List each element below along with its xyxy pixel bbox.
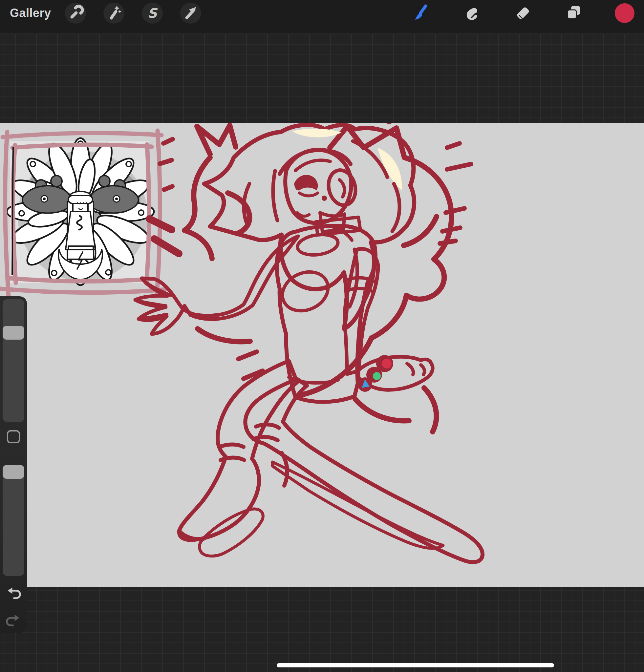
procreate-workspace: .o{stroke:#9c2838;fill:none;stroke-linec… [0,0,644,672]
home-indicator-bar[interactable] [277,663,554,668]
ear [325,167,359,208]
color-swatch[interactable] [615,3,634,23]
brush-size-handle[interactable] [3,326,24,340]
smudge-button[interactable] [462,3,482,24]
undo-icon [4,584,23,602]
paintbrush-icon [410,3,432,24]
character-figure [135,125,482,562]
mouth [297,213,309,216]
modify-button[interactable] [7,430,20,443]
reference-image [1,131,165,296]
transform-arrow-icon [180,3,201,24]
selection-s-icon: S [142,3,163,24]
canvas-artwork[interactable]: .o{stroke:#9c2838;fill:none;stroke-linec… [0,123,644,587]
selection-button[interactable]: S [142,3,163,24]
eye [294,175,318,190]
gallery-button[interactable]: Gallery [10,0,51,26]
opacity-handle[interactable] [3,465,24,479]
eraser-icon [512,3,533,24]
magic-wand-icon [104,3,124,24]
layers-button[interactable] [563,3,584,24]
transform-button[interactable] [180,3,201,24]
gem-green [373,372,381,380]
gem-red [382,359,392,369]
redo-icon [4,611,23,629]
layers-icon [563,3,584,24]
svg-text:S: S [148,5,158,21]
brush-size-slider[interactable] [3,299,24,422]
actions-button[interactable] [65,3,86,24]
wrench-icon [65,3,86,24]
adjustments-button[interactable] [104,3,124,24]
drawing-canvas[interactable]: .o{stroke:#9c2838;fill:none;stroke-linec… [0,123,644,587]
undo-button[interactable] [3,583,24,603]
smudge-finger-icon [462,3,482,24]
erase-button[interactable] [512,3,533,24]
beauty-mark [322,195,327,201]
brush-sidebar [0,296,27,633]
redo-button[interactable] [3,610,24,631]
paint-button[interactable] [410,3,432,24]
opacity-slider[interactable] [3,465,24,576]
top-toolbar: Gallery S [0,0,644,34]
